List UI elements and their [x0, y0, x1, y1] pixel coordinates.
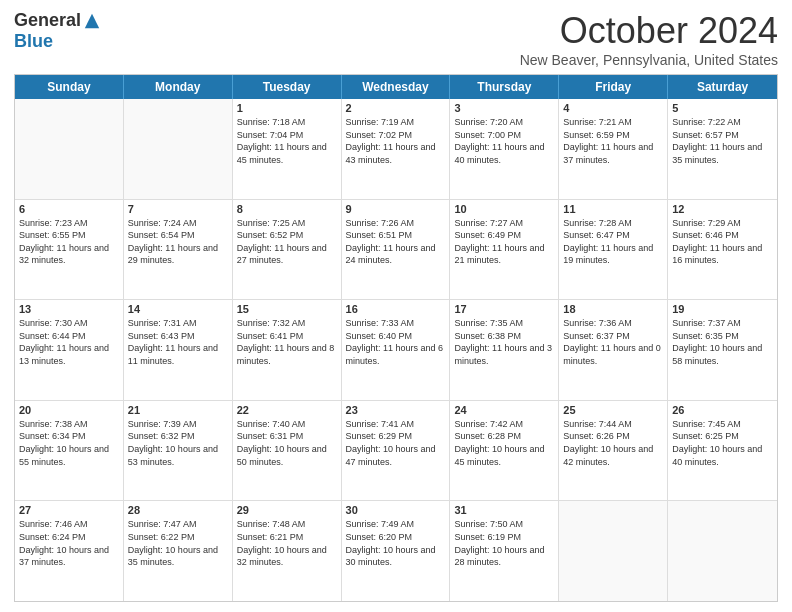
calendar-cell: 15Sunrise: 7:32 AM Sunset: 6:41 PM Dayli… [233, 300, 342, 400]
calendar-cell: 25Sunrise: 7:44 AM Sunset: 6:26 PM Dayli… [559, 401, 668, 501]
calendar-cell: 8Sunrise: 7:25 AM Sunset: 6:52 PM Daylig… [233, 200, 342, 300]
day-number: 2 [346, 102, 446, 114]
calendar-cell: 20Sunrise: 7:38 AM Sunset: 6:34 PM Dayli… [15, 401, 124, 501]
day-number: 23 [346, 404, 446, 416]
day-number: 16 [346, 303, 446, 315]
cell-sun-info: Sunrise: 7:30 AM Sunset: 6:44 PM Dayligh… [19, 317, 119, 367]
cell-sun-info: Sunrise: 7:32 AM Sunset: 6:41 PM Dayligh… [237, 317, 337, 367]
day-number: 24 [454, 404, 554, 416]
calendar-row-4: 20Sunrise: 7:38 AM Sunset: 6:34 PM Dayli… [15, 401, 777, 502]
logo: General Blue [14, 10, 101, 52]
cell-sun-info: Sunrise: 7:39 AM Sunset: 6:32 PM Dayligh… [128, 418, 228, 468]
calendar-cell: 22Sunrise: 7:40 AM Sunset: 6:31 PM Dayli… [233, 401, 342, 501]
day-number: 11 [563, 203, 663, 215]
calendar-cell: 31Sunrise: 7:50 AM Sunset: 6:19 PM Dayli… [450, 501, 559, 601]
calendar-body: 1Sunrise: 7:18 AM Sunset: 7:04 PM Daylig… [15, 99, 777, 601]
day-number: 7 [128, 203, 228, 215]
calendar-cell: 10Sunrise: 7:27 AM Sunset: 6:49 PM Dayli… [450, 200, 559, 300]
day-number: 6 [19, 203, 119, 215]
cell-sun-info: Sunrise: 7:48 AM Sunset: 6:21 PM Dayligh… [237, 518, 337, 568]
cell-sun-info: Sunrise: 7:18 AM Sunset: 7:04 PM Dayligh… [237, 116, 337, 166]
header-day-saturday: Saturday [668, 75, 777, 99]
cell-sun-info: Sunrise: 7:49 AM Sunset: 6:20 PM Dayligh… [346, 518, 446, 568]
cell-sun-info: Sunrise: 7:20 AM Sunset: 7:00 PM Dayligh… [454, 116, 554, 166]
calendar-cell: 26Sunrise: 7:45 AM Sunset: 6:25 PM Dayli… [668, 401, 777, 501]
day-number: 4 [563, 102, 663, 114]
calendar-cell: 16Sunrise: 7:33 AM Sunset: 6:40 PM Dayli… [342, 300, 451, 400]
cell-sun-info: Sunrise: 7:45 AM Sunset: 6:25 PM Dayligh… [672, 418, 773, 468]
calendar-cell: 28Sunrise: 7:47 AM Sunset: 6:22 PM Dayli… [124, 501, 233, 601]
logo-icon [83, 12, 101, 30]
header-day-friday: Friday [559, 75, 668, 99]
calendar-row-2: 6Sunrise: 7:23 AM Sunset: 6:55 PM Daylig… [15, 200, 777, 301]
day-number: 28 [128, 504, 228, 516]
header-day-tuesday: Tuesday [233, 75, 342, 99]
calendar-cell [559, 501, 668, 601]
day-number: 3 [454, 102, 554, 114]
header-day-sunday: Sunday [15, 75, 124, 99]
day-number: 18 [563, 303, 663, 315]
calendar-cell: 12Sunrise: 7:29 AM Sunset: 6:46 PM Dayli… [668, 200, 777, 300]
location-subtitle: New Beaver, Pennsylvania, United States [520, 52, 778, 68]
month-title: October 2024 [520, 10, 778, 52]
calendar-cell: 5Sunrise: 7:22 AM Sunset: 6:57 PM Daylig… [668, 99, 777, 199]
day-number: 8 [237, 203, 337, 215]
calendar-cell: 13Sunrise: 7:30 AM Sunset: 6:44 PM Dayli… [15, 300, 124, 400]
day-number: 25 [563, 404, 663, 416]
cell-sun-info: Sunrise: 7:31 AM Sunset: 6:43 PM Dayligh… [128, 317, 228, 367]
page: General Blue October 2024 New Beaver, Pe… [0, 0, 792, 612]
cell-sun-info: Sunrise: 7:28 AM Sunset: 6:47 PM Dayligh… [563, 217, 663, 267]
calendar-cell: 4Sunrise: 7:21 AM Sunset: 6:59 PM Daylig… [559, 99, 668, 199]
calendar-header-row: SundayMondayTuesdayWednesdayThursdayFrid… [15, 75, 777, 99]
calendar-cell: 21Sunrise: 7:39 AM Sunset: 6:32 PM Dayli… [124, 401, 233, 501]
cell-sun-info: Sunrise: 7:22 AM Sunset: 6:57 PM Dayligh… [672, 116, 773, 166]
calendar-cell: 11Sunrise: 7:28 AM Sunset: 6:47 PM Dayli… [559, 200, 668, 300]
day-number: 10 [454, 203, 554, 215]
cell-sun-info: Sunrise: 7:29 AM Sunset: 6:46 PM Dayligh… [672, 217, 773, 267]
day-number: 19 [672, 303, 773, 315]
day-number: 1 [237, 102, 337, 114]
day-number: 22 [237, 404, 337, 416]
day-number: 13 [19, 303, 119, 315]
day-number: 29 [237, 504, 337, 516]
calendar-cell: 18Sunrise: 7:36 AM Sunset: 6:37 PM Dayli… [559, 300, 668, 400]
cell-sun-info: Sunrise: 7:27 AM Sunset: 6:49 PM Dayligh… [454, 217, 554, 267]
calendar-cell: 24Sunrise: 7:42 AM Sunset: 6:28 PM Dayli… [450, 401, 559, 501]
cell-sun-info: Sunrise: 7:44 AM Sunset: 6:26 PM Dayligh… [563, 418, 663, 468]
cell-sun-info: Sunrise: 7:33 AM Sunset: 6:40 PM Dayligh… [346, 317, 446, 367]
calendar-cell: 19Sunrise: 7:37 AM Sunset: 6:35 PM Dayli… [668, 300, 777, 400]
day-number: 5 [672, 102, 773, 114]
logo-blue-text: Blue [14, 31, 53, 52]
logo-general-text: General [14, 10, 81, 31]
cell-sun-info: Sunrise: 7:38 AM Sunset: 6:34 PM Dayligh… [19, 418, 119, 468]
calendar-cell: 3Sunrise: 7:20 AM Sunset: 7:00 PM Daylig… [450, 99, 559, 199]
cell-sun-info: Sunrise: 7:21 AM Sunset: 6:59 PM Dayligh… [563, 116, 663, 166]
calendar-cell: 6Sunrise: 7:23 AM Sunset: 6:55 PM Daylig… [15, 200, 124, 300]
calendar: SundayMondayTuesdayWednesdayThursdayFrid… [14, 74, 778, 602]
day-number: 9 [346, 203, 446, 215]
title-area: October 2024 New Beaver, Pennsylvania, U… [520, 10, 778, 68]
calendar-cell: 27Sunrise: 7:46 AM Sunset: 6:24 PM Dayli… [15, 501, 124, 601]
svg-marker-0 [85, 13, 99, 27]
cell-sun-info: Sunrise: 7:35 AM Sunset: 6:38 PM Dayligh… [454, 317, 554, 367]
calendar-cell [124, 99, 233, 199]
cell-sun-info: Sunrise: 7:50 AM Sunset: 6:19 PM Dayligh… [454, 518, 554, 568]
calendar-cell: 7Sunrise: 7:24 AM Sunset: 6:54 PM Daylig… [124, 200, 233, 300]
calendar-cell: 2Sunrise: 7:19 AM Sunset: 7:02 PM Daylig… [342, 99, 451, 199]
cell-sun-info: Sunrise: 7:47 AM Sunset: 6:22 PM Dayligh… [128, 518, 228, 568]
calendar-cell: 29Sunrise: 7:48 AM Sunset: 6:21 PM Dayli… [233, 501, 342, 601]
calendar-cell: 14Sunrise: 7:31 AM Sunset: 6:43 PM Dayli… [124, 300, 233, 400]
calendar-cell: 1Sunrise: 7:18 AM Sunset: 7:04 PM Daylig… [233, 99, 342, 199]
cell-sun-info: Sunrise: 7:46 AM Sunset: 6:24 PM Dayligh… [19, 518, 119, 568]
calendar-cell: 23Sunrise: 7:41 AM Sunset: 6:29 PM Dayli… [342, 401, 451, 501]
day-number: 20 [19, 404, 119, 416]
day-number: 31 [454, 504, 554, 516]
cell-sun-info: Sunrise: 7:25 AM Sunset: 6:52 PM Dayligh… [237, 217, 337, 267]
header: General Blue October 2024 New Beaver, Pe… [14, 10, 778, 68]
cell-sun-info: Sunrise: 7:23 AM Sunset: 6:55 PM Dayligh… [19, 217, 119, 267]
cell-sun-info: Sunrise: 7:42 AM Sunset: 6:28 PM Dayligh… [454, 418, 554, 468]
cell-sun-info: Sunrise: 7:26 AM Sunset: 6:51 PM Dayligh… [346, 217, 446, 267]
day-number: 12 [672, 203, 773, 215]
day-number: 14 [128, 303, 228, 315]
calendar-cell [15, 99, 124, 199]
